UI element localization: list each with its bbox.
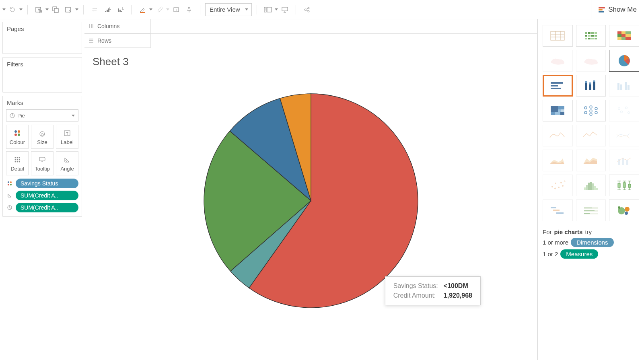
- pill-row[interactable]: SUM(Credit A..: [6, 191, 78, 200]
- sort-asc-icon[interactable]: [101, 4, 113, 16]
- pill-sum-credit-angle[interactable]: SUM(Credit A..: [16, 203, 78, 212]
- highlight-icon[interactable]: [136, 4, 148, 16]
- fit-selector[interactable]: Entire View: [205, 3, 252, 16]
- svg-rect-85: [560, 112, 564, 115]
- svg-point-31: [15, 159, 16, 160]
- svg-rect-113: [596, 188, 598, 190]
- mark-size[interactable]: Size: [31, 125, 53, 149]
- svg-rect-6: [107, 10, 108, 12]
- svg-rect-48: [585, 35, 587, 37]
- sheet-canvas[interactable]: Sheet 3 Savings Status:<100DM Credit Amo…: [84, 48, 537, 360]
- tooltip-icon: [38, 155, 47, 164]
- refresh-caret[interactable]: [19, 8, 23, 10]
- svg-point-40: [8, 184, 9, 185]
- sm-symbol-map[interactable]: [543, 50, 573, 72]
- sm-line-disc[interactable]: [576, 125, 606, 146]
- sm-highlight-table[interactable]: [609, 25, 639, 47]
- pin-icon[interactable]: [183, 4, 195, 16]
- svg-point-28: [15, 157, 16, 158]
- svg-point-129: [618, 206, 620, 209]
- svg-rect-99: [626, 160, 628, 165]
- pill-row[interactable]: Savings Status: [6, 179, 78, 188]
- sm-scatter[interactable]: ++: [543, 175, 573, 196]
- sm-area-cont[interactable]: [543, 150, 573, 171]
- cards-caret[interactable]: [275, 8, 278, 10]
- sm-circle-view[interactable]: [576, 100, 606, 121]
- svg-rect-54: [591, 38, 594, 39]
- svg-rect-7: [108, 8, 109, 12]
- mark-type-selector[interactable]: Pie: [6, 109, 78, 121]
- svg-point-17: [308, 7, 309, 9]
- columns-shelf[interactable]: Columns: [84, 19, 537, 34]
- mark-label[interactable]: T Label: [56, 125, 78, 149]
- sm-side-bar[interactable]: [609, 75, 639, 97]
- pill-sum-credit-size[interactable]: SUM(Credit A..: [16, 191, 78, 200]
- clear-sheet-icon[interactable]: [62, 4, 74, 16]
- svg-rect-63: [621, 37, 625, 40]
- svg-point-24: [40, 132, 45, 136]
- svg-point-35: [17, 161, 18, 162]
- swap-icon[interactable]: [88, 4, 101, 16]
- sm-filled-map[interactable]: [576, 50, 606, 72]
- duplicate-icon[interactable]: [49, 4, 62, 16]
- new-worksheet-icon[interactable]: [33, 4, 45, 16]
- refresh-icon[interactable]: [6, 4, 19, 16]
- presentation-icon[interactable]: [279, 4, 291, 16]
- pill-savings-status[interactable]: Savings Status: [16, 179, 78, 188]
- sm-dual-line[interactable]: [609, 125, 639, 146]
- sm-dual-combo[interactable]: [609, 150, 639, 171]
- sm-packed-bubbles[interactable]: [609, 200, 639, 221]
- svg-rect-121: [584, 208, 592, 208]
- svg-rect-118: [553, 210, 560, 211]
- sm-treemap[interactable]: [543, 100, 573, 121]
- svg-rect-84: [555, 112, 560, 115]
- filters-panel[interactable]: Filters: [2, 57, 82, 93]
- attach-icon[interactable]: [153, 4, 165, 16]
- clear-caret[interactable]: [75, 8, 78, 10]
- pill-row[interactable]: SUM(Credit A..: [6, 203, 78, 212]
- toolbar-left-caret[interactable]: [2, 8, 6, 10]
- sm-bullet[interactable]: [576, 200, 606, 221]
- show-hide-cards-icon[interactable]: [262, 4, 274, 16]
- sm-pie[interactable]: [609, 50, 639, 72]
- sm-text-table[interactable]: [543, 25, 573, 47]
- svg-point-16: [305, 9, 306, 10]
- svg-point-18: [308, 10, 309, 12]
- svg-rect-37: [39, 157, 45, 161]
- share-icon[interactable]: [301, 4, 313, 16]
- mark-angle[interactable]: Angle: [56, 151, 78, 175]
- attach-caret[interactable]: [166, 8, 169, 10]
- sm-hint-dims: 1 or more Dimensions: [543, 238, 639, 247]
- sm-side-circle[interactable]: [609, 100, 639, 121]
- svg-rect-69: [585, 83, 587, 90]
- sm-histogram[interactable]: [576, 175, 606, 196]
- sm-stacked-bar[interactable]: [576, 75, 606, 97]
- highlight-caret[interactable]: [149, 8, 152, 10]
- rows-shelf[interactable]: Rows: [84, 34, 537, 48]
- show-me-tab[interactable]: Show Me: [591, 0, 644, 19]
- rows-icon: [88, 38, 94, 43]
- label-toggle-icon[interactable]: T: [170, 4, 182, 16]
- chevron-down-icon: [245, 8, 248, 10]
- svg-rect-46: [591, 32, 594, 34]
- mark-tooltip[interactable]: Tooltip: [31, 151, 53, 175]
- pages-panel[interactable]: Pages: [2, 22, 82, 54]
- svg-point-23: [18, 134, 20, 136]
- svg-rect-10: [121, 11, 122, 12]
- new-ws-caret[interactable]: [45, 8, 49, 10]
- svg-rect-50: [591, 35, 594, 37]
- svg-rect-47: [595, 32, 597, 34]
- mark-colour[interactable]: Colour: [6, 125, 29, 149]
- svg-rect-66: [551, 82, 563, 84]
- mark-detail[interactable]: Detail: [6, 151, 29, 175]
- sm-box-plot[interactable]: [609, 175, 639, 196]
- svg-rect-114: [618, 183, 620, 187]
- svg-rect-109: [588, 183, 590, 190]
- sm-hbar[interactable]: [543, 75, 573, 97]
- sm-heat-map[interactable]: [576, 25, 606, 47]
- svg-rect-115: [623, 183, 625, 187]
- sort-desc-icon[interactable]: [114, 4, 126, 16]
- sm-area-disc[interactable]: [576, 150, 606, 171]
- sm-line-cont[interactable]: [543, 125, 573, 146]
- sm-gantt[interactable]: [543, 200, 573, 221]
